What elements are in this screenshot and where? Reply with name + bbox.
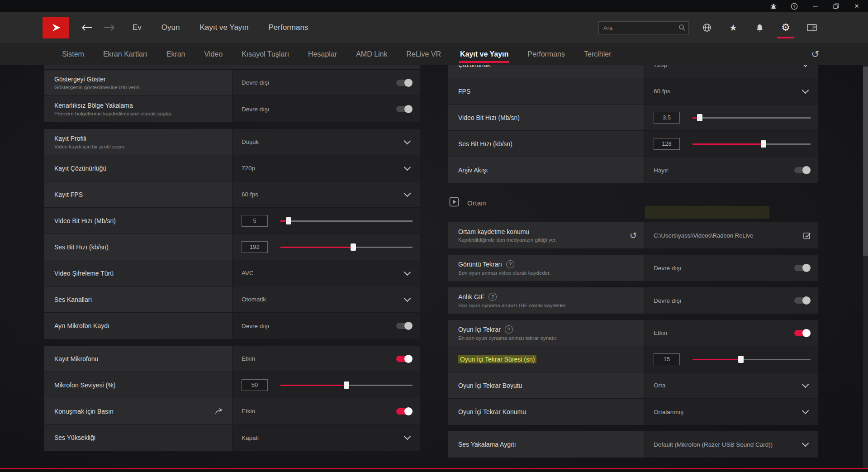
slider-knob[interactable] bbox=[761, 140, 766, 148]
help-icon[interactable]: ? bbox=[506, 260, 514, 268]
toggle-switch[interactable] bbox=[396, 106, 412, 112]
setting-value-cell[interactable]: Düşük bbox=[232, 129, 420, 155]
toggle-switch[interactable] bbox=[794, 265, 810, 271]
slider-knob[interactable] bbox=[738, 356, 744, 363]
tab-kay-t-ve-yay-n[interactable]: Kayıt ve Yayın bbox=[460, 50, 508, 58]
reset-location-icon[interactable]: ↺ bbox=[630, 230, 637, 241]
minimize-button[interactable] bbox=[811, 2, 819, 10]
setting-value-cell[interactable]: Ortalanmış bbox=[644, 399, 818, 425]
value-input[interactable] bbox=[242, 379, 268, 391]
value-input[interactable] bbox=[654, 112, 680, 124]
search-icon[interactable] bbox=[678, 24, 686, 33]
help-icon[interactable]: ? bbox=[505, 325, 513, 334]
value-input[interactable] bbox=[242, 241, 268, 253]
tab-amd-link[interactable]: AMD Link bbox=[356, 50, 387, 58]
chevron-down-icon[interactable] bbox=[404, 295, 411, 302]
settings-row: Kayıt Çözünürlüğü720p bbox=[44, 155, 420, 181]
tab-relive-vr[interactable]: ReLive VR bbox=[406, 50, 441, 58]
slider[interactable] bbox=[280, 381, 413, 389]
toggle-switch[interactable] bbox=[396, 323, 412, 329]
chevron-down-icon[interactable] bbox=[404, 190, 411, 197]
chevron-down-icon[interactable] bbox=[802, 440, 809, 447]
setting-value-cell[interactable]: 60 fps bbox=[232, 181, 420, 207]
nav-item-3[interactable]: Performans bbox=[269, 23, 308, 32]
back-arrow-icon[interactable] bbox=[81, 24, 93, 31]
help-icon[interactable]: ? bbox=[489, 293, 497, 301]
chevron-down-icon[interactable] bbox=[404, 163, 411, 171]
scrollbar-thumb[interactable] bbox=[863, 67, 868, 256]
scrollbar-track[interactable] bbox=[863, 65, 868, 468]
tab-video[interactable]: Video bbox=[204, 50, 223, 58]
slider-knob[interactable] bbox=[351, 243, 356, 251]
tab-ekran-kartlar-[interactable]: Ekran Kartları bbox=[103, 50, 147, 58]
setting-value: 60 fps bbox=[242, 191, 258, 198]
toggle-switch[interactable] bbox=[794, 330, 810, 336]
setting-label-cell: Ses Yakalama Aygıtı bbox=[448, 431, 644, 458]
browse-icon[interactable] bbox=[803, 231, 811, 240]
setting-value-cell[interactable]: Kapalı bbox=[232, 424, 420, 451]
nav-item-0[interactable]: Ev bbox=[133, 23, 142, 32]
setting-value-cell[interactable]: AVC bbox=[232, 260, 420, 286]
setting-label: Kayıt Çözünürlüğü bbox=[54, 165, 106, 172]
gear-icon[interactable]: ⚙ bbox=[780, 22, 791, 33]
setting-label-cell: Oyun İçi Tekrar Boyutu bbox=[448, 372, 644, 398]
amd-radeon-logo[interactable] bbox=[43, 17, 69, 38]
setting-value-cell[interactable]: Otomatik bbox=[232, 286, 420, 312]
value-input[interactable] bbox=[654, 138, 680, 150]
setting-value-cell[interactable]: Default (Mikrofon (Razer USB Sound Card)… bbox=[644, 431, 818, 458]
toggle-switch[interactable] bbox=[794, 167, 810, 173]
tab-ekran[interactable]: Ekran bbox=[166, 50, 185, 58]
setting-label-cell: Görüntü Tekrarı?Son oyun anınızı video o… bbox=[448, 255, 644, 281]
toggle-switch[interactable] bbox=[396, 80, 412, 86]
chevron-down-icon[interactable] bbox=[802, 86, 809, 94]
chevron-down-icon[interactable] bbox=[802, 65, 809, 67]
forward-arrow-icon[interactable] bbox=[104, 24, 115, 31]
slider[interactable] bbox=[693, 355, 811, 363]
toggle-switch[interactable] bbox=[396, 408, 412, 415]
setting-value-cell[interactable]: Orta bbox=[644, 372, 818, 398]
bell-icon[interactable] bbox=[754, 22, 765, 33]
tab-performans[interactable]: Performans bbox=[527, 50, 565, 58]
globe-icon[interactable] bbox=[702, 22, 712, 33]
setting-description: Son oyun oynama anınızı GIF olarak kayde… bbox=[458, 303, 623, 308]
setting-value-cell[interactable]: 720p bbox=[644, 65, 818, 78]
toggle-switch[interactable] bbox=[794, 297, 810, 304]
tab-tercihler[interactable]: Tercihler bbox=[584, 50, 611, 58]
setting-label-cell: Göstergeyi GösterGöstergenin gösterilmes… bbox=[44, 70, 232, 95]
chevron-down-icon[interactable] bbox=[802, 407, 809, 415]
bug-report-icon[interactable] bbox=[769, 2, 778, 10]
slider-fill bbox=[693, 359, 741, 360]
setting-value: Ortalanmış bbox=[654, 409, 683, 415]
header-actions: ★ ⚙ bbox=[702, 22, 817, 33]
nav-item-2[interactable]: Kayıt ve Yayın bbox=[199, 23, 248, 32]
chevron-down-icon[interactable] bbox=[404, 137, 411, 144]
tab-sistem[interactable]: Sistem bbox=[62, 50, 84, 58]
reset-icon[interactable]: ↺ bbox=[811, 49, 819, 59]
chevron-down-icon[interactable] bbox=[404, 433, 411, 440]
nav-item-1[interactable]: Oyun bbox=[161, 23, 180, 32]
toggle-switch[interactable] bbox=[396, 356, 412, 362]
setting-value-cell[interactable]: 60 fps bbox=[644, 78, 818, 104]
star-icon[interactable]: ★ bbox=[728, 22, 739, 33]
slider[interactable] bbox=[280, 243, 413, 251]
restore-button[interactable] bbox=[832, 2, 840, 10]
slider-knob[interactable] bbox=[697, 114, 702, 121]
slider-knob[interactable] bbox=[286, 217, 291, 224]
slider[interactable] bbox=[693, 114, 811, 122]
clipped-row: Çözünürlük720p bbox=[448, 65, 818, 78]
chevron-down-icon[interactable] bbox=[802, 381, 809, 388]
close-button[interactable]: ✕ bbox=[853, 2, 861, 10]
slider[interactable] bbox=[280, 217, 413, 225]
slider-knob[interactable] bbox=[344, 381, 349, 389]
value-input[interactable] bbox=[242, 215, 268, 227]
chevron-down-icon[interactable] bbox=[404, 268, 411, 276]
setting-label: Kenarlıksız Bölge Yakalama bbox=[54, 102, 133, 109]
search-input[interactable] bbox=[598, 21, 689, 34]
tab-k-sayol-tu-lar-[interactable]: Kısayol Tuşları bbox=[242, 50, 289, 58]
overlay-panel-icon[interactable] bbox=[806, 22, 817, 33]
tab-hesaplar[interactable]: Hesaplar bbox=[308, 50, 337, 58]
value-input[interactable] bbox=[654, 353, 680, 365]
help-icon[interactable]: ? bbox=[790, 2, 798, 10]
slider[interactable] bbox=[693, 140, 811, 148]
setting-value-cell[interactable]: 720p bbox=[232, 155, 420, 181]
